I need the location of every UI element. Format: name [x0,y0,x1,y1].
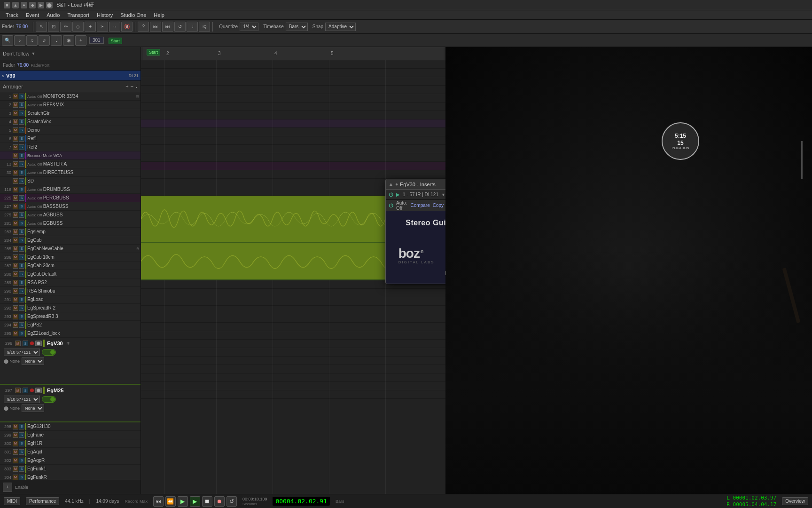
track-mute-btn[interactable]: M [13,212,18,218]
track-mute-btn[interactable]: M [13,441,18,446]
toolbar2-note3[interactable]: ♬ [39,35,50,46]
track-v30[interactable]: s V30 DI 21 [0,71,141,81]
title-bar-icon-6[interactable]: ⬤ [46,2,53,8]
transport-record[interactable]: ⏺ [214,496,225,507]
table-row[interactable]: 6 M S Ref1 [0,135,141,143]
track-solo-btn[interactable]: S [19,441,24,446]
track-solo-btn[interactable]: S [19,475,24,480]
arranger-note[interactable]: ♩ [135,83,138,89]
track-solo-btn[interactable]: S [19,280,24,286]
track-mute-btn[interactable]: M [13,263,18,269]
track-monitor-btn[interactable]: ⬤ [35,341,42,346]
track-mute-btn[interactable]: M [13,153,18,159]
toolbar-metronome[interactable]: ♩ [187,22,198,32]
midi-btn[interactable]: MIDI [4,497,20,505]
track-mute-btn[interactable]: M [13,475,18,480]
table-row[interactable]: 286 M S EgCab 10cm [0,253,141,262]
transport-play[interactable]: ▶ [178,496,188,507]
plugin-channel-chevron[interactable]: ▼ [441,192,445,197]
track-mute-btn[interactable]: M [13,424,18,429]
table-row[interactable]: 285 M S EgCabNewCable ≋ [0,245,141,253]
table-row[interactable]: 299 M S EgFane [0,431,141,439]
table-row[interactable]: 288 M S EgCabDefault [0,270,141,278]
table-row[interactable]: 303 M S EgFunk1 [0,465,141,473]
table-row[interactable]: 295 M S EgZ2Load_lock [0,329,141,338]
track-solo-btn[interactable]: S [19,322,24,328]
track-mute-btn[interactable]: M [13,136,18,142]
track-mute-btn[interactable]: M [13,280,18,286]
track-mute-btn[interactable]: M [13,331,18,336]
track-mute-btn[interactable]: M [13,246,18,252]
table-row[interactable]: 304 M S EgFunkR [0,473,141,480]
toolbar-paint-tool[interactable]: ✦ [85,22,96,32]
toolbar-split-tool[interactable]: ✂ [97,22,108,32]
track-list-plus[interactable]: + [3,483,12,492]
table-row[interactable]: 1 M S Auto: Off MONITOR 33/34 ≋ [0,92,141,101]
track-mute-btn[interactable]: M [13,204,18,209]
track-mute-btn[interactable]: M [13,161,18,167]
table-row[interactable]: 294 M S EgPS2 [0,321,141,329]
toolbar2-note1[interactable]: ♪ [14,35,25,46]
plugin-compare-btn[interactable]: Compare [411,203,430,208]
track-monitor-btn2[interactable]: ⬤ [35,388,42,393]
track-mute-btn[interactable]: M [13,195,18,201]
table-row[interactable]: 300 M S EgH1R [0,439,141,448]
track-solo-btn[interactable]: S [19,449,24,455]
toolbar-select-tool[interactable]: ↖ [36,22,47,32]
transport-play-active[interactable]: ▶ [190,496,200,507]
track-mute-btn[interactable]: M [13,449,18,455]
table-row[interactable]: 284 M S EgCab [0,236,141,245]
table-row[interactable]: M S Bounce Mute VCA [0,151,141,160]
title-bar-icon-2[interactable]: ▲ [12,2,19,8]
track-solo-btn[interactable]: S [19,271,24,277]
table-row[interactable]: 225 M S Auto: Off PERCBUSS [0,194,141,202]
track-solo-btn[interactable]: S [19,111,24,116]
track-mute-btn[interactable]: M [13,170,18,175]
track-mute-btn[interactable]: M [13,297,18,302]
table-row[interactable]: 298 M S EgG12H30 [0,422,141,431]
track-mute-btn[interactable]: M [13,288,18,294]
track-mute-btn[interactable]: M [13,127,18,133]
transport-rewind[interactable]: ⏪ [165,496,176,507]
toolbar2-plus[interactable]: + [75,35,86,46]
table-row[interactable]: 290 M S RSA Shinobu [0,287,141,295]
track-mute-btn[interactable]: M [15,341,21,346]
toolbar-forward[interactable]: ⏭ [162,22,173,32]
track-mute-btn[interactable]: M [13,466,18,472]
track-solo-btn[interactable]: S [19,170,24,175]
track-solo-btn[interactable]: S [19,221,24,226]
plugin-power-btn[interactable]: ⏻ [389,192,393,197]
toolbar-mute-tool[interactable]: 🔇 [121,22,133,32]
plugin-copy-btn[interactable]: Copy [433,203,444,208]
track-solo-btn[interactable]: S [19,161,24,167]
table-row[interactable]: 283 M S Egslemp [0,228,141,236]
transport-loop[interactable]: ↺ [226,496,237,507]
track-mute-btn[interactable]: M [15,388,21,393]
title-bar-icon-3[interactable]: ● [21,2,27,8]
menu-studioone[interactable]: Studio One [117,10,150,20]
arranger-plus[interactable]: + [125,83,128,89]
plugin-forward-btn[interactable]: ▶ [396,192,400,197]
title-bar-icon-1[interactable]: ■ [4,2,10,8]
track-solo-btn[interactable]: S [19,458,24,463]
track-mute-btn[interactable]: M [13,102,18,108]
table-row[interactable]: 5 M S Demo [0,126,141,135]
track-solo-btn[interactable]: S [19,424,24,429]
track-mute-btn[interactable]: M [13,229,18,235]
table-row[interactable]: 2 M S Auto: Off REF&MIX [0,101,141,109]
plugin-expand-icon[interactable]: ▲ [389,182,393,187]
table-row[interactable]: 301 M S EgAqcl [0,448,141,456]
track-solo-btn[interactable]: S [19,144,24,150]
track-solo-btn[interactable]: S [19,127,24,133]
track-solo-btn[interactable]: S [19,178,24,184]
track-mute-btn[interactable]: M [13,221,18,226]
table-row[interactable]: 227 M S Auto: Off BASSBUSS [0,202,141,211]
toolbar2-circle[interactable]: ◉ [63,35,74,46]
table-row[interactable]: 292 M S EgSpreadR 2 [0,304,141,312]
table-row[interactable]: 3 M S ScratchGtr [0,109,141,118]
overview-btn[interactable]: Overview [782,497,808,505]
timebase-select[interactable]: Bars [286,23,308,31]
menu-event[interactable]: Event [22,10,43,20]
table-row[interactable]: 291 M S EgLoad [0,295,141,304]
menu-transport[interactable]: Transport [63,10,93,20]
